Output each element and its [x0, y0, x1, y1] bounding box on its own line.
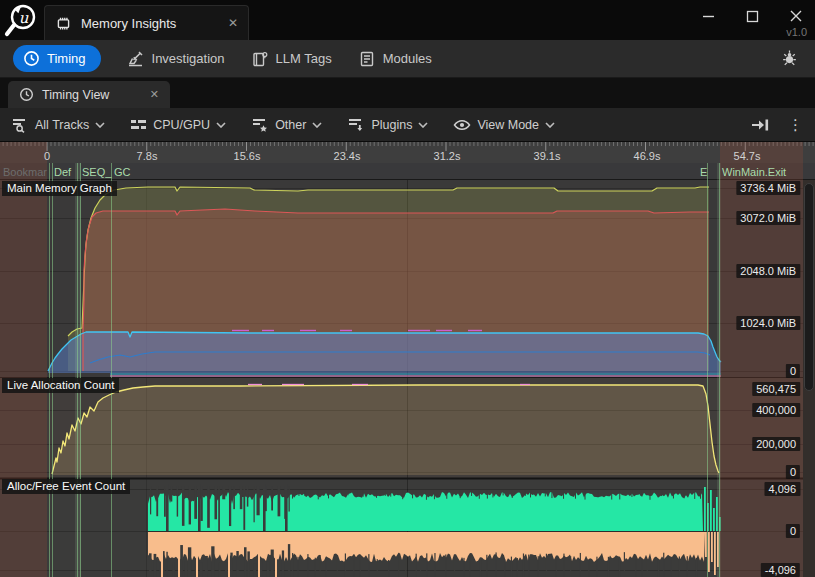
chevron-down-icon — [216, 122, 226, 128]
tab-modules-label: Modules — [383, 51, 432, 66]
memory-chip-icon — [55, 15, 72, 32]
dropdown-plugins-label: Plugins — [371, 118, 412, 132]
chevron-down-icon — [312, 122, 322, 128]
title-bar: u Memory Insights ✕ v1.0 — [0, 0, 815, 40]
filter-star-icon — [251, 117, 269, 133]
chevron-down-icon — [418, 122, 428, 128]
document-tab-strip: Timing View ✕ — [0, 78, 815, 108]
track-lanes-icon — [130, 117, 147, 133]
dropdown-all-tracks[interactable]: All Tracks — [11, 117, 105, 133]
dropdown-view-mode-label: View Mode — [477, 118, 539, 132]
tab-timing-view-label: Timing View — [42, 88, 109, 102]
maximize-button[interactable] — [745, 9, 759, 23]
tab-llm-tags[interactable]: LLM Tags — [251, 50, 332, 68]
timeline-view[interactable]: 07.8s15.6s23.4s31.2s39.1s46.9s54.7sBookm… — [0, 142, 815, 577]
dropdown-plugins[interactable]: Plugins — [347, 117, 428, 133]
clock-icon — [19, 87, 34, 102]
tab-modules[interactable]: Modules — [358, 50, 432, 68]
tab-timing-label: Timing — [47, 51, 86, 66]
version-label: v1.0 — [786, 26, 807, 38]
dropdown-cpu-gpu-label: CPU/GPU — [153, 118, 210, 132]
tab-timing[interactable]: Timing — [13, 45, 101, 72]
tab-investigation[interactable]: Investigation — [127, 50, 225, 68]
microscope-icon — [127, 50, 145, 68]
window-controls — [701, 9, 803, 23]
minimize-button[interactable] — [701, 9, 715, 23]
dropdown-cpu-gpu[interactable]: CPU/GPU — [130, 117, 226, 133]
debug-bug-icon[interactable] — [780, 49, 799, 68]
tab-investigation-label: Investigation — [152, 51, 225, 66]
svg-text:u: u — [19, 9, 29, 27]
tab-memory-insights[interactable]: Memory Insights ✕ — [44, 5, 249, 40]
clock-icon — [23, 50, 40, 67]
tab-close-icon[interactable]: ✕ — [228, 16, 238, 30]
eye-icon — [453, 118, 471, 132]
tab-llm-tags-label: LLM Tags — [276, 51, 332, 66]
tab-timing-view[interactable]: Timing View ✕ — [8, 81, 170, 108]
dropdown-other-label: Other — [275, 118, 306, 132]
chevron-down-icon — [95, 122, 105, 128]
more-options-icon[interactable]: ⋮ — [788, 116, 803, 134]
tab-close-icon[interactable]: ✕ — [150, 88, 159, 101]
chevron-down-icon — [545, 122, 555, 128]
tracks-toolbar: All Tracks CPU/GPU — [0, 108, 815, 142]
main-toolbar: Timing Investigation LLM Tags — [0, 40, 815, 78]
tags-book-icon — [251, 50, 269, 68]
close-button[interactable] — [789, 9, 803, 23]
dropdown-view-mode[interactable]: View Mode — [453, 118, 555, 132]
modules-doc-icon — [358, 50, 376, 68]
unreal-insights-logo-icon: u — [2, 2, 40, 40]
filter-search-icon — [11, 117, 29, 133]
vertical-scrollbar[interactable] — [803, 180, 815, 577]
filter-download-icon — [347, 117, 365, 133]
dropdown-all-tracks-label: All Tracks — [35, 118, 89, 132]
jump-to-end-icon[interactable] — [750, 117, 770, 133]
window-tab-title: Memory Insights — [81, 16, 176, 31]
dropdown-other[interactable]: Other — [251, 117, 322, 133]
memory-insights-window: u Memory Insights ✕ v1.0 — [0, 0, 815, 577]
scrollbar-thumb[interactable] — [804, 183, 814, 391]
